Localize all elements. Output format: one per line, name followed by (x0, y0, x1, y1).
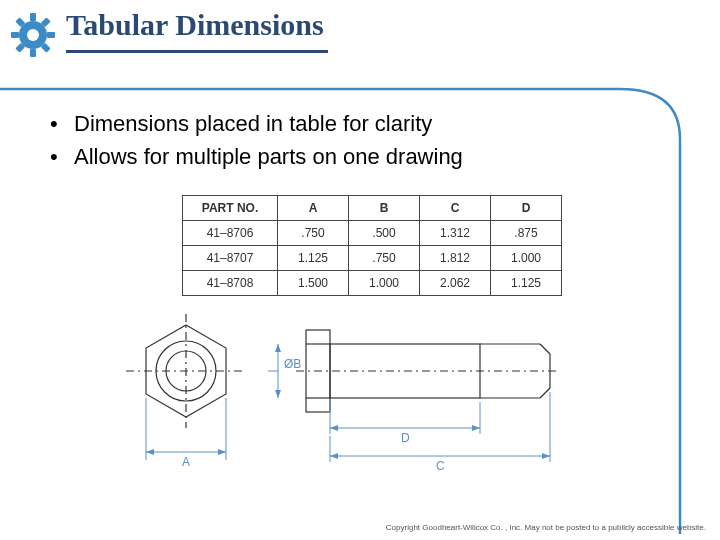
dim-label-a: A (182, 455, 190, 469)
svg-rect-4 (47, 32, 55, 38)
cell-d: 1.125 (491, 271, 562, 296)
table-row: 41–8707 1.125 .750 1.812 1.000 (183, 246, 562, 271)
copyright-footer: Copyright Goodheart-Willcox Co. , Inc. M… (386, 523, 706, 532)
svg-marker-43 (542, 453, 550, 459)
gear-icon (8, 10, 58, 60)
svg-marker-42 (330, 453, 338, 459)
col-part: PART NO. (183, 196, 278, 221)
bullet-dot-icon: • (50, 110, 74, 139)
table-row: 41–8706 .750 .500 1.312 .875 (183, 221, 562, 246)
cell-part: 41–8706 (183, 221, 278, 246)
svg-rect-2 (30, 49, 36, 57)
cell-b: .500 (349, 221, 420, 246)
svg-marker-31 (275, 344, 281, 352)
svg-marker-32 (275, 390, 281, 398)
dimensions-table: PART NO. A B C D 41–8706 .750 .500 1.312… (182, 195, 562, 296)
bullet-item: • Dimensions placed in table for clarity (50, 110, 463, 139)
bullet-list: • Dimensions placed in table for clarity… (50, 110, 463, 175)
bullet-text: Dimensions placed in table for clarity (74, 110, 432, 139)
bullet-text: Allows for multiple parts on one drawing (74, 143, 463, 172)
dim-label-c: C (436, 459, 445, 473)
cell-c: 2.062 (420, 271, 491, 296)
svg-marker-38 (472, 425, 480, 431)
svg-point-9 (27, 29, 39, 41)
col-d: D (491, 196, 562, 221)
cell-a: 1.500 (278, 271, 349, 296)
svg-marker-29 (218, 449, 226, 455)
svg-rect-3 (11, 32, 19, 38)
bullet-dot-icon: • (50, 143, 74, 172)
table-row: 41–8708 1.500 1.000 2.062 1.125 (183, 271, 562, 296)
cell-d: 1.000 (491, 246, 562, 271)
cell-a: 1.125 (278, 246, 349, 271)
cell-b: 1.000 (349, 271, 420, 296)
table-header-row: PART NO. A B C D (183, 196, 562, 221)
title-underline (66, 50, 328, 53)
svg-line-21 (540, 344, 550, 354)
slide-title: Tabular Dimensions (66, 8, 324, 42)
col-a: A (278, 196, 349, 221)
part-drawing: A ØB D C (118, 310, 598, 490)
svg-rect-1 (30, 13, 36, 21)
svg-marker-28 (146, 449, 154, 455)
cell-c: 1.312 (420, 221, 491, 246)
dim-label-b: ØB (284, 357, 301, 371)
dim-label-d: D (401, 431, 410, 445)
cell-c: 1.812 (420, 246, 491, 271)
cell-d: .875 (491, 221, 562, 246)
cell-part: 41–8707 (183, 246, 278, 271)
svg-line-22 (540, 388, 550, 398)
cell-part: 41–8708 (183, 271, 278, 296)
bullet-item: • Allows for multiple parts on one drawi… (50, 143, 463, 172)
cell-b: .750 (349, 246, 420, 271)
slide: Tabular Dimensions • Dimensions placed i… (0, 0, 720, 540)
col-c: C (420, 196, 491, 221)
cell-a: .750 (278, 221, 349, 246)
col-b: B (349, 196, 420, 221)
svg-marker-37 (330, 425, 338, 431)
